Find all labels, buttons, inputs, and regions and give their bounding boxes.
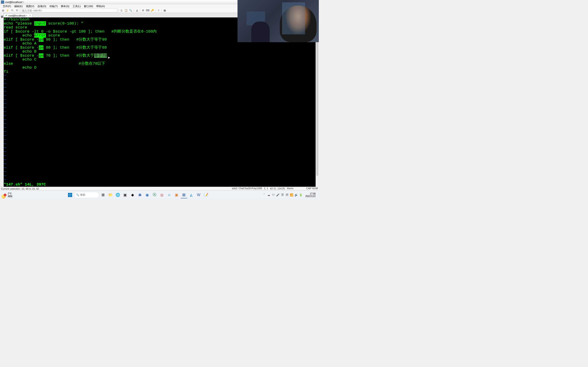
session-tab[interactable]: ✔ root@localhost:~ × bbox=[4, 13, 32, 17]
connected-icon: ✔ bbox=[5, 14, 7, 17]
menu-file[interactable]: 文件(F) bbox=[1, 4, 12, 8]
windows-taskbar: 1 2℃ 晴朗 🔍 搜索 ⊞ 📁 🌐 ▣ ◆ ☗ ◉ Ⓚ ◎ ℮ ▣ ▦ ◭ W… bbox=[0, 190, 319, 199]
search-placeholder: 搜索 bbox=[80, 193, 85, 197]
toolbar-separator bbox=[155, 9, 156, 12]
edge-icon[interactable]: 🌐 bbox=[114, 192, 121, 198]
app-icon-k[interactable]: Ⓚ bbox=[151, 192, 158, 198]
terminal-app-icon[interactable]: ▣ bbox=[122, 192, 129, 198]
terminal[interactable]: #!/bin/bash echo "please input score(0-1… bbox=[4, 17, 316, 187]
app-icon-mountain[interactable]: ◭ bbox=[188, 192, 195, 198]
task-view-icon[interactable]: ⊞ bbox=[100, 192, 107, 198]
app-icon-orange[interactable]: ▣ bbox=[173, 192, 180, 198]
toolbar-separator bbox=[162, 9, 162, 12]
window-title: root@localhost:~ bbox=[5, 1, 24, 3]
toolbar-find-icon[interactable]: 🔍 bbox=[129, 9, 133, 12]
windows-logo-icon bbox=[68, 193, 72, 197]
menu-help[interactable]: 帮助(H) bbox=[95, 4, 106, 8]
toolbar-disconnect-icon[interactable]: ⟲ bbox=[15, 9, 19, 12]
toolbar-paste-icon[interactable]: 📋 bbox=[124, 9, 128, 12]
status-protocol: ssh2: ChaCha20-Poly1305 bbox=[232, 187, 262, 190]
toolbar-separator bbox=[134, 9, 134, 12]
search-icon: 🔍 bbox=[76, 193, 79, 196]
toolbar-extra-icon[interactable]: ▦ bbox=[163, 9, 167, 12]
vim-status-line: "147.sh" 14L, 397C bbox=[4, 182, 316, 187]
clock-time: 17:08 bbox=[310, 192, 316, 195]
menu-options[interactable]: 选项(O) bbox=[36, 4, 48, 8]
toolbar-separator bbox=[140, 9, 140, 12]
app-icon-1[interactable]: ☗ bbox=[137, 192, 143, 198]
toolbar-sessions-icon[interactable]: ▤ bbox=[1, 9, 5, 12]
toolbar-separator bbox=[118, 9, 119, 12]
tray-battery-icon[interactable]: 🔋 bbox=[299, 193, 303, 197]
notification-badge: 1 bbox=[4, 194, 6, 196]
toolbar-settings-icon[interactable]: ⚙ bbox=[141, 9, 145, 12]
status-selection: Current selection: 10, 48 to 10, 42 bbox=[1, 187, 39, 190]
tray-ime-2[interactable]: 拼 bbox=[285, 193, 289, 197]
toolbar-help-icon[interactable]: ? bbox=[156, 9, 161, 12]
menu-transfer[interactable]: 传输(T) bbox=[48, 4, 59, 8]
toolbar-keyboard-icon[interactable]: ⌨ bbox=[146, 9, 150, 12]
toolbar-separator bbox=[20, 9, 20, 12]
tray-wifi-icon[interactable]: 📶 bbox=[290, 193, 294, 197]
taskbar-clock[interactable]: 17:08 2022/12/2 bbox=[304, 192, 318, 198]
github-icon[interactable]: ◆ bbox=[129, 192, 136, 198]
tray-security-icon[interactable]: 🛡 bbox=[271, 193, 275, 197]
menu-script[interactable]: 脚本(S) bbox=[60, 4, 71, 8]
app-icon-browser[interactable]: ℮ bbox=[166, 192, 173, 198]
tray-onedrive-icon[interactable]: ☁ bbox=[267, 193, 271, 197]
app-statusbar: Current selection: 10, 48 to 10, 42 ssh2… bbox=[0, 187, 319, 190]
weather-temp: 2℃ bbox=[8, 192, 12, 195]
word-icon[interactable]: W bbox=[195, 192, 202, 198]
clock-date: 2022/12/2 bbox=[305, 195, 316, 198]
system-tray[interactable]: ˄ ☁ 🛡 🎤 英 拼 📶 🔊 🔋 17:08 2022/12/2 bbox=[261, 192, 319, 198]
tray-mic-icon[interactable]: 🎤 bbox=[276, 193, 280, 197]
toolbar-reconnect-icon[interactable]: ↻ bbox=[10, 9, 14, 12]
tray-volume-icon[interactable]: 🔊 bbox=[294, 193, 298, 197]
toolbar-key-icon[interactable]: 🔑 bbox=[150, 9, 154, 12]
tray-chevron-icon[interactable]: ˄ bbox=[262, 193, 266, 197]
toolbar-print-icon[interactable]: 🖨 bbox=[135, 9, 139, 12]
toolbar-copy-icon[interactable]: ⎘ bbox=[120, 9, 124, 12]
app-icon-2[interactable]: ◉ bbox=[144, 192, 151, 198]
status-cursor-pos: 1, 1 bbox=[264, 187, 268, 190]
text-selection: 等于70 bbox=[94, 53, 107, 58]
explorer-icon[interactable]: 📁 bbox=[107, 192, 114, 198]
taskbar-search[interactable]: 🔍 搜索 bbox=[74, 192, 99, 198]
session-manager-sidebar[interactable]: 会话管理器 bbox=[0, 13, 4, 190]
webcam-overlay bbox=[237, 0, 319, 42]
weather-desc: 晴朗 bbox=[8, 195, 12, 198]
notes-icon[interactable]: 📝 bbox=[203, 192, 209, 198]
menu-view[interactable]: 视图(V) bbox=[25, 4, 36, 8]
securecrt-icon[interactable]: ▦ bbox=[181, 192, 187, 198]
menu-window[interactable]: 窗口(W) bbox=[82, 4, 95, 8]
status-caps-num: CAP NUM bbox=[306, 187, 318, 190]
menu-edit[interactable]: 编辑(E) bbox=[13, 4, 24, 8]
weather-widget[interactable]: 1 2℃ 晴朗 bbox=[0, 192, 15, 198]
toolbar-quickconnect-icon[interactable]: ⚡ bbox=[6, 9, 10, 12]
tray-ime-1[interactable]: 英 bbox=[281, 193, 284, 197]
status-terminal-type: Xterm bbox=[287, 187, 293, 190]
start-button[interactable] bbox=[67, 192, 73, 198]
host-input[interactable] bbox=[21, 9, 117, 12]
tab-title: root@localhost:~ bbox=[8, 14, 27, 17]
app-icon-red[interactable]: ◎ bbox=[158, 192, 165, 198]
status-size: 42 行, 124 列 bbox=[270, 187, 285, 190]
app-icon bbox=[1, 0, 4, 4]
menu-tools[interactable]: 工具(L) bbox=[71, 4, 82, 8]
close-tab-icon[interactable]: × bbox=[29, 14, 31, 17]
